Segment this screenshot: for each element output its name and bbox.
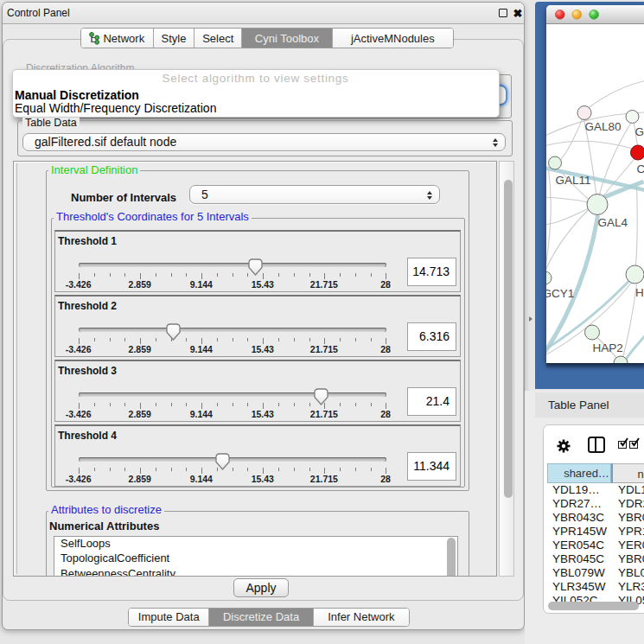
svg-text:GAL11: GAL11 <box>555 174 590 187</box>
svg-text:GA: GA <box>634 125 644 138</box>
svg-text:C: C <box>636 163 644 175</box>
svg-text:GAL80: GAL80 <box>584 120 621 133</box>
svg-text:H: H <box>635 286 644 299</box>
svg-text:GCY1: GCY1 <box>546 287 574 300</box>
svg-text:GAL4: GAL4 <box>597 216 628 229</box>
svg-text:HAP2: HAP2 <box>592 341 622 354</box>
